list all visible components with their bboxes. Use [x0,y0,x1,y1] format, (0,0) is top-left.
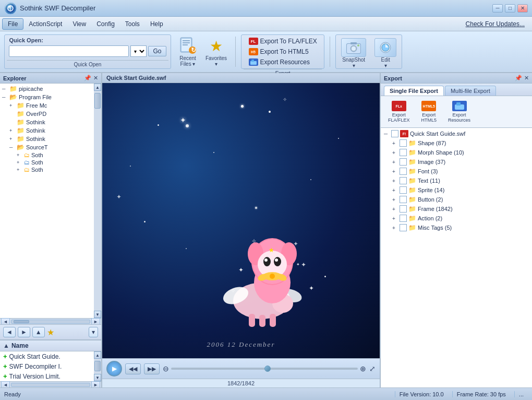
tree-item-overpd[interactable]: · 📁 OverPD [1,110,93,118]
file-icon-soth1: 🗂 [24,152,30,158]
explorer-panel: Explorer 📌 ✕ ─ 📁 pipicache ─ 📂 Program F… [0,73,102,387]
export-resources-button[interactable]: Export Resources [247,57,319,67]
tree-item-programfile[interactable]: ─ 📂 Program File [1,93,93,101]
export-panel-icons: 📌 ✕ [515,75,529,81]
rewind-button[interactable]: ◀◀ [125,363,141,374]
etree-sprite-check[interactable] [400,186,407,194]
slider-thumb[interactable] [264,366,271,372]
export-tool-fla-button[interactable]: FLx ExportFLA/FLEX [384,99,414,124]
app-icon [4,2,17,15]
etree-image-check[interactable] [400,158,407,166]
folder-icon-programfile: 📂 [9,93,17,101]
etree-button-check[interactable] [400,196,407,203]
etree-shape-check[interactable] [400,139,407,147]
svg-rect-7 [183,44,188,45]
scroll-down-btn[interactable]: ▼ [94,311,101,318]
go-button[interactable]: Go [148,46,166,56]
etree-image[interactable]: + 📁 Image (37) [382,157,531,167]
tree-item-soth2[interactable]: + 🗂 Soth [1,159,93,166]
export-tool-resources-button[interactable]: ExportResources [444,99,475,124]
export-tool-html5-button[interactable]: HTML5 ExportHTML5 [417,99,441,124]
tree-item-soth3[interactable]: + 🗂 Soth [1,166,93,173]
quick-open-dropdown[interactable]: ▾ [130,45,147,57]
check-updates-link[interactable]: Check For Updates... [461,19,530,29]
minimize-button[interactable]: ─ [492,4,503,13]
etree-misctags[interactable]: + 📁 Misc Tags (5) [382,223,531,232]
nav-up-btn[interactable]: ▲ [32,327,45,337]
export-html5-button[interactable]: H5 Export To HTML5 [247,47,319,56]
explorer-scrollbar[interactable]: ▲ ▼ [94,84,101,318]
fastforward-button[interactable]: ▶▶ [144,363,160,374]
menu-actionscript[interactable]: ActionScript [23,19,67,29]
etree-misctags-check[interactable] [400,224,407,231]
svg-point-15 [352,46,356,51]
tab-multi-file-export[interactable]: Multi-file Export [445,86,496,96]
etree-frame[interactable]: + 📁 Frame (1842) [382,204,531,214]
menu-config[interactable]: Config [91,19,120,29]
etree-root-check[interactable] [391,130,398,137]
etree-shape[interactable]: + 📁 Shape (87) [382,138,531,148]
etree-action-check[interactable] [400,215,407,222]
tree-item-sothink3[interactable]: + 📁 Sothink [1,135,93,143]
etree-frame-check[interactable] [400,205,407,213]
tab-single-file-export[interactable]: Single File Export [384,86,444,96]
file-list-item-2[interactable]: + Trial Version Limit. [0,371,94,381]
menu-file[interactable]: File [2,18,23,30]
title-controls: ─ □ ✕ [492,4,528,13]
filelist-scrollbar[interactable]: ▲ ▼ [94,351,101,381]
frame-next-btn[interactable]: ⊕ [360,364,366,373]
tree-item-sourcet[interactable]: ─ 📂 SourceT [1,143,93,151]
edit-button[interactable]: Edit▾ [371,37,400,70]
explorer-pin-icon[interactable]: 📌 [84,75,91,81]
frame-prev-btn[interactable]: ⊖ [163,364,169,373]
scrollbar-thumb[interactable] [94,93,101,109]
title-bar: Sothink SWF Decompiler ─ □ ✕ [0,0,532,17]
play-button[interactable]: ▶ [106,361,122,377]
quick-open-input[interactable] [9,45,129,57]
favorites-button[interactable]: ★ Favorites▾ [202,34,230,69]
main-area: Explorer 📌 ✕ ─ 📁 pipicache ─ 📂 Program F… [0,73,532,387]
close-button[interactable]: ✕ [517,4,528,13]
swf-controls: ▶ ◀◀ ▶▶ ⊖ ⊕ ⤢ [102,358,380,379]
scroll-up-btn[interactable]: ▲ [94,84,101,91]
file-list-header-scroll-up[interactable]: ▲ [3,342,9,349]
etree-text-check[interactable] [400,177,407,184]
export-close-icon[interactable]: ✕ [524,75,529,81]
tree-item-freemc[interactable]: + 📁 Free Mc [1,101,93,110]
slider-track[interactable] [171,368,358,370]
swf-date-text: 2006 12 December [102,340,380,349]
tree-item-soth1[interactable]: + 🗂 Soth [1,151,93,159]
etree-sprite[interactable]: + 📁 Sprite (14) [382,185,531,195]
menu-view[interactable]: View [67,19,91,29]
status-file-version: File Version: 10.0 [395,391,448,397]
file-list-item-0[interactable]: + Quick Start Guide. [0,351,94,361]
etree-action[interactable]: + 📁 Action (2) [382,214,531,223]
nav-forward-btn[interactable]: ► [18,327,30,337]
menu-help[interactable]: Help [145,19,168,29]
etree-morphshape[interactable]: + 📁 Morph Shape (10) [382,148,531,157]
etree-morphshape-check[interactable] [400,149,407,156]
etree-text[interactable]: + 📁 Text (11) [382,176,531,185]
favorites-star-btn[interactable]: ★ [47,327,54,337]
explorer-close-icon[interactable]: ✕ [93,75,98,81]
tree-item-sothink2[interactable]: + 📁 Sothink [1,126,93,135]
expand-btn[interactable]: ⤢ [369,364,376,373]
tree-item-pipicache[interactable]: ─ 📁 pipicache [1,85,93,93]
tree-item-sothink1[interactable]: · 📁 Sothink [1,118,93,126]
file-list-item-1[interactable]: + SWF Decompiler I. [0,361,94,371]
recent-files-button[interactable]: ↻ RecentFiles ▾ [175,34,200,69]
export-fla-button[interactable]: FL Export To FLA/FLEX [247,37,319,46]
snapshot-button[interactable]: SnapShot▾ [338,37,369,70]
nav-menu-btn[interactable]: ▾ [89,327,98,337]
toolbar: Quick Open: ▾ Go Quick Open [0,31,532,73]
menu-tools[interactable]: Tools [120,19,145,29]
maximize-button[interactable]: □ [505,4,515,13]
etree-font-check[interactable] [400,168,407,175]
etree-root[interactable]: ─ F! Quick Start Guide.swf [382,129,531,138]
explorer-hscrollbar: ◄ ► [0,318,101,324]
nav-back-btn[interactable]: ◄ [3,327,16,337]
export-pin-icon[interactable]: 📌 [515,75,522,81]
status-bar: Ready File Version: 10.0 Frame Rate: 30 … [0,387,532,400]
etree-button[interactable]: + 📁 Button (2) [382,195,531,204]
etree-font[interactable]: + 📁 Font (3) [382,167,531,176]
